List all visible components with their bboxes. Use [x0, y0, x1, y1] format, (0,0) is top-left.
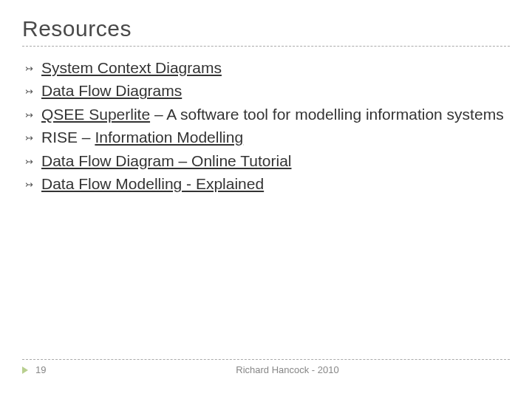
resource-link[interactable]: System Context Diagrams	[41, 59, 222, 76]
bullet-icon: ↣	[25, 103, 41, 122]
list-item: ↣ QSEE Superlite – A software tool for m…	[25, 103, 510, 125]
list-item: ↣ RISE – Information Modelling	[25, 126, 510, 148]
bullet-text: Data Flow Diagram – Online Tutorial	[41, 150, 510, 171]
bullet-text: RISE – Information Modelling	[41, 126, 510, 148]
footer-row: 19 Richard Hancock - 2010	[22, 364, 510, 375]
bullet-list: ↣ System Context Diagrams ↣ Data Flow Di…	[22, 57, 510, 194]
resource-link[interactable]: Data Flow Diagram – Online Tutorial	[41, 152, 291, 169]
footer: 19 Richard Hancock - 2010	[22, 359, 510, 375]
bullet-text: Data Flow Modelling - Explained	[41, 173, 510, 194]
slide-title: Resources	[22, 16, 510, 41]
bullet-text: QSEE Superlite – A software tool for mod…	[41, 103, 510, 125]
resource-link[interactable]: Data Flow Modelling - Explained	[41, 175, 264, 192]
bullet-icon: ↣	[25, 173, 41, 191]
bullet-text: Data Flow Diagrams	[41, 80, 510, 101]
resource-link[interactable]: QSEE Superlite	[41, 106, 150, 123]
list-item: ↣ Data Flow Diagram – Online Tutorial	[25, 150, 510, 171]
bullet-icon: ↣	[25, 57, 41, 75]
resource-link[interactable]: Information Modelling	[95, 129, 243, 146]
list-item: ↣ Data Flow Modelling - Explained	[25, 173, 510, 194]
resource-link[interactable]: Data Flow Diagrams	[41, 82, 182, 99]
bullet-icon: ↣	[25, 150, 41, 168]
bullet-icon: ↣	[25, 80, 41, 98]
bullet-icon: ↣	[25, 126, 41, 145]
slide: Resources ↣ System Context Diagrams ↣ Da…	[0, 0, 532, 399]
title-divider	[22, 46, 510, 47]
play-icon	[22, 366, 28, 374]
list-item: ↣ System Context Diagrams	[25, 57, 510, 78]
author-label: Richard Hancock - 2010	[65, 364, 510, 375]
bullet-text: System Context Diagrams	[41, 57, 510, 78]
footer-divider	[22, 359, 510, 360]
page-number: 19	[35, 364, 65, 375]
list-item: ↣ Data Flow Diagrams	[25, 80, 510, 101]
